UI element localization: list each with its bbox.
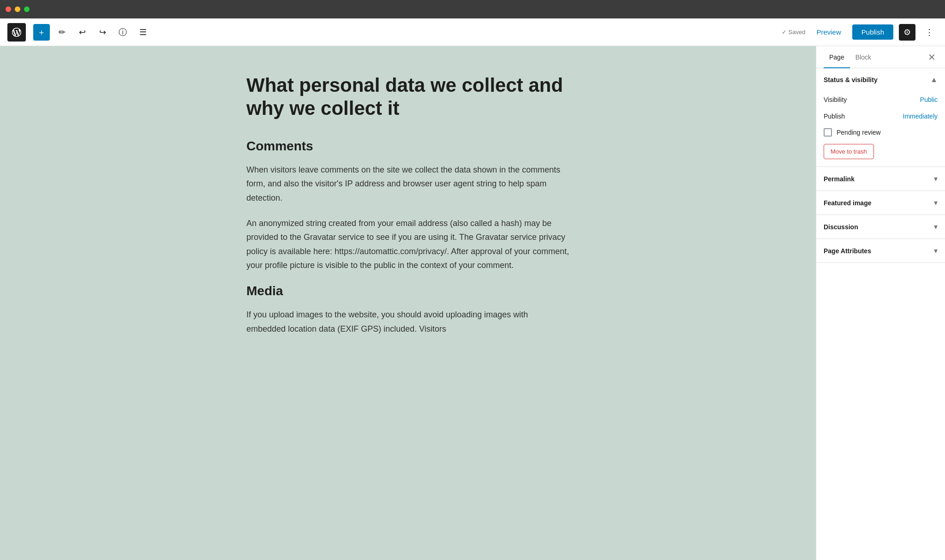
move-to-trash-button[interactable]: Move to trash	[824, 144, 874, 159]
editor-area[interactable]: What personal data we collect and why we…	[0, 46, 816, 560]
close-button[interactable]	[6, 6, 11, 12]
panel-status-visibility: Status & visibility ▲ Visibility Public …	[816, 68, 945, 167]
preview-button[interactable]: Preview	[811, 25, 846, 39]
section-heading-comments[interactable]: Comments	[246, 139, 569, 154]
visibility-row: Visibility Public	[824, 91, 938, 108]
wp-logo	[7, 23, 26, 42]
publish-value[interactable]: Immediately	[903, 113, 938, 120]
visibility-value[interactable]: Public	[920, 96, 938, 103]
panel-status-visibility-title: Status & visibility	[824, 76, 878, 83]
pending-review-label: Pending review	[837, 129, 881, 136]
title-bar	[0, 0, 945, 18]
panel-status-visibility-header[interactable]: Status & visibility ▲	[816, 68, 945, 91]
sidebar-tabs: Page Block ✕	[816, 46, 945, 68]
undo-button[interactable]: ↩	[74, 24, 90, 41]
plus-icon: ＋	[37, 27, 46, 38]
sidebar-close-button[interactable]: ✕	[926, 46, 938, 68]
gear-icon: ⚙	[903, 27, 911, 37]
panel-page-attributes-title: Page Attributes	[824, 247, 871, 255]
panel-discussion-header[interactable]: Discussion ▾	[816, 215, 945, 238]
list-icon: ☰	[139, 27, 147, 37]
visibility-label: Visibility	[824, 96, 847, 103]
sidebar: Page Block ✕ Status & visibility ▲ Visib…	[816, 46, 945, 560]
chevron-down-icon-attributes: ▾	[934, 246, 938, 255]
publish-row: Publish Immediately	[824, 108, 938, 125]
ellipsis-icon: ⋮	[925, 27, 933, 37]
panel-discussion: Discussion ▾	[816, 215, 945, 239]
panel-permalink-title: Permalink	[824, 175, 855, 183]
main-layout: What personal data we collect and why we…	[0, 46, 945, 560]
panel-discussion-title: Discussion	[824, 223, 858, 231]
chevron-down-icon-permalink: ▾	[934, 174, 938, 183]
panel-status-visibility-body: Visibility Public Publish Immediately Pe…	[816, 91, 945, 167]
more-options-button[interactable]: ⋮	[921, 24, 938, 41]
panel-featured-image-title: Featured image	[824, 199, 871, 207]
editor-content: What personal data we collect and why we…	[246, 74, 569, 336]
settings-button[interactable]: ⚙	[899, 24, 915, 41]
redo-button[interactable]: ↪	[94, 24, 111, 41]
tab-block[interactable]: Block	[850, 46, 877, 68]
redo-icon: ↪	[99, 27, 106, 37]
add-block-button[interactable]: ＋	[33, 24, 50, 41]
saved-text: Saved	[789, 29, 806, 36]
saved-indicator: ✓ Saved	[782, 29, 806, 36]
paragraph-media-1[interactable]: If you upload images to the website, you…	[246, 308, 569, 336]
chevron-down-icon-discussion: ▾	[934, 222, 938, 231]
fullscreen-button[interactable]	[24, 6, 30, 12]
publish-button[interactable]: Publish	[852, 24, 893, 40]
panel-permalink: Permalink ▾	[816, 167, 945, 191]
checkmark-icon: ✓	[782, 29, 787, 36]
undo-icon: ↩	[79, 27, 86, 37]
panel-permalink-header[interactable]: Permalink ▾	[816, 167, 945, 191]
pending-review-row: Pending review	[824, 125, 938, 140]
section-heading-media[interactable]: Media	[246, 284, 569, 298]
chevron-up-icon: ▲	[930, 76, 938, 84]
panel-page-attributes-header[interactable]: Page Attributes ▾	[816, 239, 945, 262]
paragraph-comments-2[interactable]: An anonymized string created from your e…	[246, 216, 569, 273]
paragraph-comments-1[interactable]: When visitors leave comments on the site…	[246, 163, 569, 205]
publish-label: Publish	[824, 113, 845, 120]
panel-page-attributes: Page Attributes ▾	[816, 239, 945, 263]
info-button[interactable]: ⓘ	[114, 24, 131, 41]
toolbar-right: ✓ Saved Preview Publish ⚙ ⋮	[782, 24, 938, 41]
minimize-button[interactable]	[15, 6, 20, 12]
edit-tool-button[interactable]: ✏	[54, 24, 70, 41]
toolbar: ＋ ✏ ↩ ↪ ⓘ ☰ ✓ Saved Preview Publish ⚙ ⋮	[0, 18, 945, 46]
info-icon: ⓘ	[119, 27, 127, 38]
panel-featured-image: Featured image ▾	[816, 191, 945, 215]
list-view-button[interactable]: ☰	[135, 24, 151, 41]
panel-featured-image-header[interactable]: Featured image ▾	[816, 191, 945, 214]
close-icon: ✕	[928, 52, 936, 63]
tab-page[interactable]: Page	[824, 46, 850, 68]
post-title[interactable]: What personal data we collect and why we…	[246, 74, 569, 120]
chevron-down-icon-featured: ▾	[934, 198, 938, 207]
pending-review-checkbox[interactable]	[824, 128, 832, 137]
pencil-icon: ✏	[59, 27, 66, 37]
